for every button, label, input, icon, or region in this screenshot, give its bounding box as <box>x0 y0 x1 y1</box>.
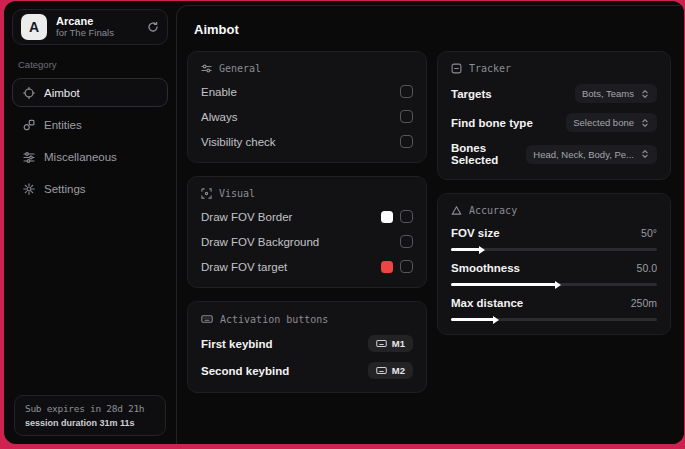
setting-label: Draw FOV target <box>201 261 287 273</box>
select-value: Bots, Teams <box>582 88 634 99</box>
sidebar: A Arcane for The Finals Category Aimbot <box>4 1 176 444</box>
tracker-title: Tracker <box>469 63 511 74</box>
app-subtitle: for The Finals <box>56 28 138 39</box>
main-panel: Aimbot General <box>176 5 684 444</box>
category-label: Category <box>18 59 162 70</box>
setting-label: Second keybind <box>201 365 289 377</box>
fov-border-color-swatch[interactable] <box>381 211 393 223</box>
sliders-icon <box>23 151 35 163</box>
find-bone-type-select[interactable]: Selected bone <box>566 113 657 132</box>
subscription-card: Sub expires in 28d 21h session duration … <box>14 395 166 436</box>
keyboard-icon <box>201 313 213 325</box>
sidebar-item-label: Entities <box>44 119 82 131</box>
app-title: Arcane <box>56 15 138 28</box>
accuracy-header: Accuracy <box>451 205 657 216</box>
accuracy-title: Accuracy <box>469 205 517 216</box>
select-value: Head, Neck, Body, Pe... <box>533 149 634 160</box>
setting-row: Visibility check <box>201 134 413 149</box>
activation-header: Activation buttons <box>201 313 413 325</box>
keybind-value: M2 <box>392 365 405 376</box>
slider-value: 50.0 <box>637 262 657 274</box>
tracker-card: Tracker Targets Bots, Teams <box>437 51 671 180</box>
targets-select[interactable]: Bots, Teams <box>575 84 657 103</box>
session-duration-text: session duration 31m 11s <box>25 418 155 428</box>
setting-label: Visibility check <box>201 136 276 148</box>
setting-row: Draw FOV target <box>201 259 413 274</box>
app-logo: A <box>21 14 47 40</box>
setting-row: Draw FOV Background <box>201 234 413 249</box>
sub-expiry-text: Sub expires in 28d 21h <box>25 403 155 414</box>
box-minus-icon <box>451 63 462 74</box>
slider-value: 50° <box>641 227 657 239</box>
draw-fov-target-checkbox[interactable] <box>400 260 413 273</box>
draw-fov-border-checkbox[interactable] <box>400 210 413 223</box>
sidebar-item-settings[interactable]: Settings <box>12 174 168 203</box>
visual-title: Visual <box>219 188 255 199</box>
slider-group: Max distance 250m <box>451 297 657 321</box>
refresh-icon[interactable] <box>147 21 159 33</box>
general-header: General <box>201 63 413 74</box>
sidebar-item-label: Aimbot <box>44 87 80 99</box>
setting-row: Second keybind M2 <box>201 362 413 379</box>
slider-fill <box>451 318 494 321</box>
slider-label: Smoothness <box>451 262 520 274</box>
sidebar-item-aimbot[interactable]: Aimbot <box>12 78 168 107</box>
general-card: General Enable Always Visibility check <box>187 51 427 163</box>
sidebar-nav: Aimbot Entities Miscella <box>12 78 168 203</box>
always-checkbox[interactable] <box>400 110 413 123</box>
chevrons-up-down-icon <box>640 118 650 128</box>
visual-header: Visual <box>201 188 413 199</box>
keyboard-icon <box>376 365 387 376</box>
slider-label: Max distance <box>451 297 523 309</box>
setting-label: Find bone type <box>451 117 533 129</box>
setting-row: Targets Bots, Teams <box>451 84 657 103</box>
slider-fill <box>451 283 556 286</box>
max-distance-slider[interactable] <box>451 318 657 321</box>
settings2-icon <box>201 63 212 74</box>
setting-label: Enable <box>201 86 237 98</box>
content-columns: General Enable Always Visibility check <box>187 51 671 393</box>
draw-fov-background-checkbox[interactable] <box>400 235 413 248</box>
setting-label: First keybind <box>201 338 273 350</box>
fov-target-color-swatch[interactable] <box>381 261 393 273</box>
setting-label: Draw FOV Border <box>201 211 292 223</box>
fov-size-slider[interactable] <box>451 248 657 251</box>
sidebar-item-label: Settings <box>44 183 86 195</box>
chevrons-up-down-icon <box>640 149 650 159</box>
setting-row: Enable <box>201 84 413 99</box>
smoothness-slider[interactable] <box>451 283 657 286</box>
chevrons-up-down-icon <box>640 89 650 99</box>
activation-card: Activation buttons First keybind M1 <box>187 301 427 393</box>
scan-icon <box>201 188 212 199</box>
sidebar-item-miscellaneous[interactable]: Miscellaneous <box>12 142 168 171</box>
page-title: Aimbot <box>194 22 671 37</box>
left-column: General Enable Always Visibility check <box>187 51 427 393</box>
setting-label: Targets <box>451 88 492 100</box>
general-title: General <box>219 63 261 74</box>
activation-title: Activation buttons <box>220 314 328 325</box>
app-window: A Arcane for The Finals Category Aimbot <box>4 1 684 444</box>
right-column: Tracker Targets Bots, Teams <box>437 51 671 393</box>
tracker-header: Tracker <box>451 63 657 74</box>
enable-checkbox[interactable] <box>400 85 413 98</box>
setting-row: Find bone type Selected bone <box>451 113 657 132</box>
first-keybind-button[interactable]: M1 <box>368 335 413 352</box>
slider-group: Smoothness 50.0 <box>451 262 657 286</box>
slider-label: FOV size <box>451 227 500 239</box>
bones-selected-select[interactable]: Head, Neck, Body, Pe... <box>526 145 657 164</box>
setting-label: Bones Selected <box>451 142 526 166</box>
setting-row: First keybind M1 <box>201 335 413 352</box>
second-keybind-button[interactable]: M2 <box>368 362 413 379</box>
setting-row: Bones Selected Head, Neck, Body, Pe... <box>451 142 657 166</box>
setting-row: Draw FOV Border <box>201 209 413 224</box>
crosshair-icon <box>23 87 35 99</box>
visibility-check-checkbox[interactable] <box>400 135 413 148</box>
logo-text: Arcane for The Finals <box>56 15 138 39</box>
gear-icon <box>23 183 35 195</box>
accuracy-card: Accuracy FOV size 50° Smoothness <box>437 193 671 335</box>
sidebar-item-label: Miscellaneous <box>44 151 117 163</box>
slider-group: FOV size 50° <box>451 227 657 251</box>
logo-card: A Arcane for The Finals <box>12 9 168 45</box>
sidebar-item-entities[interactable]: Entities <box>12 110 168 139</box>
triangle-icon <box>451 205 462 216</box>
